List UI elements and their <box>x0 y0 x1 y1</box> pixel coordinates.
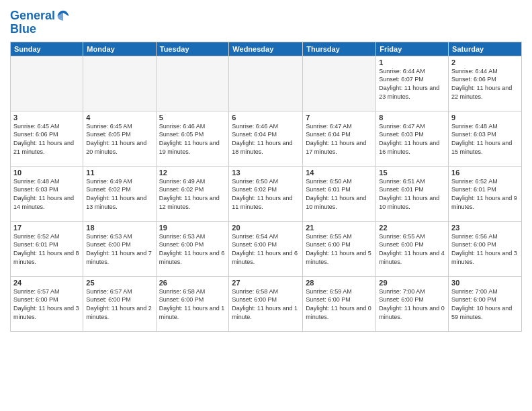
day-number: 3 <box>13 113 80 122</box>
calendar-cell: 10Sunrise: 6:48 AM Sunset: 6:03 PM Dayli… <box>11 166 83 221</box>
calendar-week-row: 1Sunrise: 6:44 AM Sunset: 6:07 PM Daylig… <box>11 56 522 111</box>
day-number: 13 <box>232 169 300 177</box>
day-number: 24 <box>13 279 80 287</box>
day-number: 8 <box>379 113 445 122</box>
calendar: SundayMondayTuesdayWednesdayThursdayFrid… <box>10 42 522 332</box>
day-number: 14 <box>306 169 373 177</box>
calendar-cell: 28Sunrise: 6:59 AM Sunset: 6:00 PM Dayli… <box>303 276 376 331</box>
logo-text: General <box>10 9 55 23</box>
calendar-cell: 9Sunrise: 6:48 AM Sunset: 6:03 PM Daylig… <box>449 111 522 166</box>
day-info: Sunrise: 6:45 AM Sunset: 6:05 PM Dayligh… <box>86 122 152 156</box>
day-number: 22 <box>379 224 445 232</box>
calendar-cell <box>156 56 229 111</box>
day-info: Sunrise: 6:53 AM Sunset: 6:00 PM Dayligh… <box>86 232 152 266</box>
calendar-cell: 23Sunrise: 6:56 AM Sunset: 6:00 PM Dayli… <box>449 221 522 276</box>
calendar-cell: 25Sunrise: 6:57 AM Sunset: 6:00 PM Dayli… <box>83 276 156 331</box>
day-info: Sunrise: 6:46 AM Sunset: 6:05 PM Dayligh… <box>159 122 226 156</box>
calendar-cell: 2Sunrise: 6:44 AM Sunset: 6:06 PM Daylig… <box>449 56 522 111</box>
logo-icon <box>56 9 70 23</box>
weekday-header: Monday <box>83 42 156 56</box>
day-number: 20 <box>232 224 300 232</box>
page-header: General Blue <box>10 7 522 36</box>
day-info: Sunrise: 6:58 AM Sunset: 6:00 PM Dayligh… <box>232 287 300 321</box>
day-info: Sunrise: 6:44 AM Sunset: 6:07 PM Dayligh… <box>379 67 445 101</box>
day-info: Sunrise: 6:50 AM Sunset: 6:01 PM Dayligh… <box>306 177 373 211</box>
day-info: Sunrise: 6:47 AM Sunset: 6:04 PM Dayligh… <box>306 122 373 156</box>
weekday-header: Sunday <box>11 42 83 56</box>
day-number: 30 <box>451 279 519 287</box>
day-info: Sunrise: 6:45 AM Sunset: 6:06 PM Dayligh… <box>13 122 80 156</box>
calendar-cell: 26Sunrise: 6:58 AM Sunset: 6:00 PM Dayli… <box>156 276 229 331</box>
calendar-week-row: 3Sunrise: 6:45 AM Sunset: 6:06 PM Daylig… <box>11 111 522 166</box>
day-number: 15 <box>379 169 445 177</box>
day-number: 10 <box>13 169 80 177</box>
day-number: 29 <box>379 279 445 287</box>
calendar-cell: 11Sunrise: 6:49 AM Sunset: 6:02 PM Dayli… <box>83 166 156 221</box>
calendar-cell: 14Sunrise: 6:50 AM Sunset: 6:01 PM Dayli… <box>303 166 376 221</box>
calendar-cell: 12Sunrise: 6:49 AM Sunset: 6:02 PM Dayli… <box>156 166 229 221</box>
day-info: Sunrise: 6:58 AM Sunset: 6:00 PM Dayligh… <box>159 287 226 321</box>
calendar-cell <box>83 56 156 111</box>
calendar-week-row: 17Sunrise: 6:52 AM Sunset: 6:01 PM Dayli… <box>11 221 522 276</box>
day-number: 16 <box>451 169 519 177</box>
day-number: 17 <box>13 224 80 232</box>
calendar-header-row: SundayMondayTuesdayWednesdayThursdayFrid… <box>11 42 522 56</box>
day-number: 2 <box>451 58 519 66</box>
calendar-cell: 6Sunrise: 6:46 AM Sunset: 6:04 PM Daylig… <box>229 111 303 166</box>
calendar-cell <box>303 56 376 111</box>
day-info: Sunrise: 6:48 AM Sunset: 6:03 PM Dayligh… <box>451 122 519 156</box>
calendar-cell: 7Sunrise: 6:47 AM Sunset: 6:04 PM Daylig… <box>303 111 376 166</box>
logo-text-blue: Blue <box>10 23 70 36</box>
logo: General Blue <box>10 9 70 36</box>
calendar-cell: 17Sunrise: 6:52 AM Sunset: 6:01 PM Dayli… <box>11 221 83 276</box>
weekday-header: Friday <box>376 42 449 56</box>
day-number: 5 <box>159 113 226 122</box>
day-info: Sunrise: 6:44 AM Sunset: 6:06 PM Dayligh… <box>451 67 519 101</box>
calendar-cell: 5Sunrise: 6:46 AM Sunset: 6:05 PM Daylig… <box>156 111 229 166</box>
calendar-cell: 1Sunrise: 6:44 AM Sunset: 6:07 PM Daylig… <box>376 56 449 111</box>
day-number: 9 <box>451 113 519 122</box>
day-info: Sunrise: 7:00 AM Sunset: 6:00 PM Dayligh… <box>379 287 445 321</box>
calendar-cell: 4Sunrise: 6:45 AM Sunset: 6:05 PM Daylig… <box>83 111 156 166</box>
calendar-cell: 20Sunrise: 6:54 AM Sunset: 6:00 PM Dayli… <box>229 221 303 276</box>
calendar-cell: 30Sunrise: 7:00 AM Sunset: 6:00 PM Dayli… <box>449 276 522 331</box>
day-info: Sunrise: 6:54 AM Sunset: 6:00 PM Dayligh… <box>232 232 300 266</box>
day-info: Sunrise: 6:51 AM Sunset: 6:01 PM Dayligh… <box>379 177 445 211</box>
day-info: Sunrise: 6:59 AM Sunset: 6:00 PM Dayligh… <box>306 287 373 321</box>
day-number: 4 <box>86 113 152 122</box>
day-info: Sunrise: 6:56 AM Sunset: 6:00 PM Dayligh… <box>451 232 519 266</box>
day-number: 19 <box>159 224 226 232</box>
calendar-cell: 21Sunrise: 6:55 AM Sunset: 6:00 PM Dayli… <box>303 221 376 276</box>
calendar-cell: 3Sunrise: 6:45 AM Sunset: 6:06 PM Daylig… <box>11 111 83 166</box>
calendar-cell <box>11 56 83 111</box>
day-info: Sunrise: 6:49 AM Sunset: 6:02 PM Dayligh… <box>159 177 226 211</box>
day-info: Sunrise: 7:00 AM Sunset: 6:00 PM Dayligh… <box>451 287 519 321</box>
day-number: 11 <box>86 169 152 177</box>
day-number: 28 <box>306 279 373 287</box>
day-number: 26 <box>159 279 226 287</box>
day-info: Sunrise: 6:57 AM Sunset: 6:00 PM Dayligh… <box>13 287 80 321</box>
day-number: 18 <box>86 224 152 232</box>
day-info: Sunrise: 6:55 AM Sunset: 6:00 PM Dayligh… <box>379 232 445 266</box>
calendar-week-row: 10Sunrise: 6:48 AM Sunset: 6:03 PM Dayli… <box>11 166 522 221</box>
calendar-cell: 22Sunrise: 6:55 AM Sunset: 6:00 PM Dayli… <box>376 221 449 276</box>
day-number: 1 <box>379 58 445 66</box>
day-info: Sunrise: 6:50 AM Sunset: 6:02 PM Dayligh… <box>232 177 300 211</box>
day-number: 21 <box>306 224 373 232</box>
weekday-header: Tuesday <box>156 42 229 56</box>
day-number: 7 <box>306 113 373 122</box>
day-number: 27 <box>232 279 300 287</box>
day-info: Sunrise: 6:47 AM Sunset: 6:03 PM Dayligh… <box>379 122 445 156</box>
day-number: 6 <box>232 113 300 122</box>
calendar-cell: 24Sunrise: 6:57 AM Sunset: 6:00 PM Dayli… <box>11 276 83 331</box>
calendar-cell: 8Sunrise: 6:47 AM Sunset: 6:03 PM Daylig… <box>376 111 449 166</box>
day-number: 23 <box>451 224 519 232</box>
day-info: Sunrise: 6:53 AM Sunset: 6:00 PM Dayligh… <box>159 232 226 266</box>
day-info: Sunrise: 6:52 AM Sunset: 6:01 PM Dayligh… <box>451 177 519 211</box>
weekday-header: Wednesday <box>229 42 303 56</box>
day-info: Sunrise: 6:52 AM Sunset: 6:01 PM Dayligh… <box>13 232 80 266</box>
weekday-header: Thursday <box>303 42 376 56</box>
day-number: 12 <box>159 169 226 177</box>
calendar-week-row: 24Sunrise: 6:57 AM Sunset: 6:00 PM Dayli… <box>11 276 522 331</box>
calendar-cell: 13Sunrise: 6:50 AM Sunset: 6:02 PM Dayli… <box>229 166 303 221</box>
